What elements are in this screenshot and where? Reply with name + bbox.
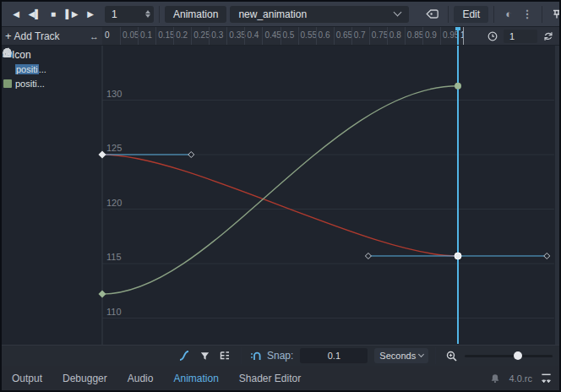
bezier-handle[interactable] [188,152,194,158]
value-axis-label: 120 [106,198,122,208]
bezier-curve[interactable] [102,86,458,294]
toolbar-separator [493,6,494,23]
tab-shader-editor[interactable]: Shader Editor [239,373,301,384]
stop-icon: ■ [51,9,56,19]
ruler-tick [316,27,317,45]
animation-name-dropdown[interactable]: new_animation [230,6,409,23]
timeline-ruler[interactable]: 00.050.10.150.20.250.30.350.40.450.50.55… [102,27,464,45]
spinbox-arrows-icon[interactable] [145,10,150,18]
delete-track-icon[interactable] [89,63,101,75]
timeline-header: + Add Track ↔ 00.050.10.150.20.250.30.35… [2,27,559,46]
onion-skinning-options-button[interactable]: ⋮ [518,5,536,24]
play-backwards-button[interactable]: ◀ [7,5,25,24]
filter-tracks-button[interactable] [195,347,214,364]
group-tracks-button[interactable] [215,347,234,364]
animation-toolbar: ◀ ◀▌ ■ ▌▶ ▶ 1 Animation new_animation Ed… [2,2,559,27]
track-name[interactable]: positi... [15,79,47,89]
track-node-row[interactable]: Icon [2,47,102,62]
magnifier-plus-icon [445,350,458,362]
play-from-start-button[interactable]: ▌▶ [63,5,81,24]
bezier-mode-button[interactable] [175,347,193,364]
tree-list-icon [219,350,231,362]
ruler-tick-label: 0.25 [193,30,210,40]
notification-bell-icon[interactable] [489,373,501,384]
bezier-curve-editor[interactable]: 130125120115110 Icon positi... [2,46,559,345]
curve-edit-icon[interactable] [48,77,61,90]
expand-bottom-panel-icon[interactable] [540,373,553,384]
add-track-button[interactable]: + Add Track ↔ [2,27,102,45]
horizontal-resize-icon[interactable]: ↔ [90,31,99,41]
ruler-tick [405,27,406,45]
ruler-tick-label: 0.35 [229,30,245,40]
animation-menu-button[interactable]: Animation [165,6,226,23]
chevron-down-icon [394,8,402,17]
ruler-tick-label: 0.45 [264,30,280,40]
ruler-tick [440,27,441,45]
ruler-tick [351,27,352,45]
funnel-icon [199,351,210,362]
onion-skinning-button[interactable]: ◐ [499,5,518,24]
add-track-label: Add Track [14,30,60,42]
value-axis-label: 130 [106,89,122,99]
zoom-button[interactable] [443,347,460,364]
tab-output[interactable]: Output [12,373,42,384]
track-color-swatch [3,79,12,88]
track-row-position-x[interactable]: positi... [2,62,102,76]
bezier-handle[interactable] [544,253,550,259]
bezier-handle[interactable] [365,253,371,259]
curve-canvas[interactable]: 130125120115110 [2,46,559,345]
visibility-eye-icon[interactable] [62,63,74,75]
delete-track-icon[interactable] [89,77,101,90]
unlock-icon[interactable] [75,77,88,90]
track-name[interactable]: positi... [15,64,47,74]
snap-toggle-button[interactable] [248,347,264,364]
tab-debugger[interactable]: Debugger [63,373,107,384]
stop-button[interactable]: ■ [44,5,63,24]
ruler-tick-label: 0.2 [176,30,188,40]
value-axis-label: 115 [106,252,122,262]
unlock-icon[interactable] [75,63,88,75]
keyframe-point[interactable] [455,253,461,259]
loop-icon[interactable] [542,30,554,42]
visibility-eye-icon[interactable] [62,77,74,90]
ruler-tick [422,27,423,45]
edit-button[interactable]: Edit [454,6,488,23]
autoplay-toggle-button[interactable] [421,5,443,24]
keyframe-diamond[interactable] [99,291,106,298]
ruler-tick-label: 0.7 [354,30,366,40]
zoom-slider-handle[interactable] [514,351,522,360]
ruler-tick [387,27,388,45]
vertical-scrollbar[interactable] [555,46,559,345]
play-backwards-from-end-button[interactable]: ◀▌ [25,5,44,24]
toolbar-separator [241,347,242,364]
tab-audio[interactable]: Audio [128,373,154,384]
tab-animation[interactable]: Animation [173,373,218,384]
keyframe-diamond[interactable] [99,151,106,159]
track-row-position-y[interactable]: positi... [2,76,102,90]
snap-step-input[interactable]: 0.1 [300,348,368,363]
ruler-tick [191,27,192,45]
ruler-tick-label: 0.3 [211,30,223,40]
track-list: Icon positi... posit [2,47,102,90]
keyframe-point[interactable] [455,83,461,90]
play-icon: ▶ [87,9,94,19]
ruler-tick [155,27,156,45]
node-name-label: Icon [12,49,31,61]
vertical-dots-icon: ⋮ [522,8,533,20]
chevron-down-icon [418,351,424,357]
zoom-slider[interactable] [465,355,553,357]
step-forward-icon: ▌▶ [66,9,79,19]
curve-edit-icon[interactable] [48,63,61,75]
bezier-curve[interactable] [102,155,458,256]
ruler-tick-label: 0.55 [301,30,317,40]
play-button[interactable]: ▶ [81,5,100,24]
snap-label: Snap: [267,350,293,362]
animation-length-field[interactable]: 1 [504,30,537,43]
seek-time-spinbox[interactable]: 1 [105,6,154,23]
pin-animation-player-button[interactable] [547,5,561,24]
ruler-tick-label: 0.6 [319,30,330,40]
playhead-cap[interactable] [455,27,460,30]
ruler-tick-label: 0.85 [407,30,423,40]
ruler-tick-label: 0.8 [389,30,401,40]
snap-unit-dropdown[interactable]: Seconds [374,348,428,363]
